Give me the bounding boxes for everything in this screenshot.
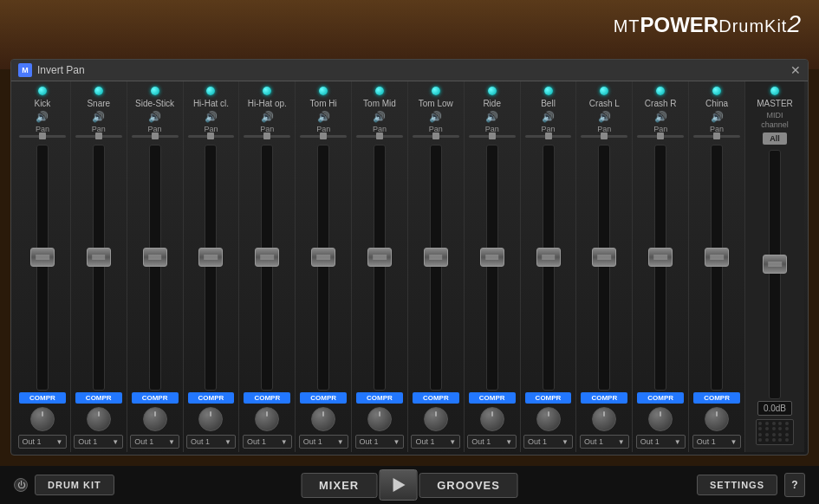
channel-master: MASTER MIDIchannel All 0.0dB: [745, 81, 804, 452]
pan-slider-china[interactable]: [693, 135, 740, 138]
pan-slider-tom-mid[interactable]: [356, 135, 403, 138]
speaker-icon-ride: 🔊: [485, 111, 498, 123]
grooves-button[interactable]: GROOVES: [419, 473, 518, 498]
compr-button-snare[interactable]: COMPR: [75, 392, 122, 404]
out-dropdown-bell[interactable]: Out 1 ▼: [523, 435, 573, 449]
out-dropdown-china[interactable]: Out 1 ▼: [692, 435, 742, 449]
help-button[interactable]: ?: [784, 473, 805, 497]
channel-crash-l: Crash L 🔊 Pan COMPR Out 1 ▼: [576, 81, 633, 452]
play-button[interactable]: [379, 469, 417, 501]
speaker-dot: [772, 433, 776, 436]
out-dropdown-tom-mid[interactable]: Out 1 ▼: [355, 435, 405, 449]
out-dropdown-crash-l[interactable]: Out 1 ▼: [580, 435, 629, 449]
db-display: 0.0dB: [757, 401, 792, 416]
fader-handle-snare[interactable]: [87, 248, 111, 267]
speaker-dot: [785, 422, 789, 425]
compr-button-kick[interactable]: COMPR: [19, 392, 66, 404]
out-dropdown-hihat-op[interactable]: Out 1 ▼: [243, 435, 292, 449]
out-dropdown-sidestick[interactable]: Out 1 ▼: [130, 435, 179, 449]
mixer-panel: M Invert Pan ✕ Kick 🔊 Pan COMPR Out 1 ▼ …: [10, 59, 809, 456]
pan-slider-crash-r[interactable]: [637, 135, 684, 138]
knob-bell[interactable]: [536, 407, 561, 431]
fader-track-snare: [93, 145, 105, 391]
knob-tom-low[interactable]: [424, 407, 448, 431]
all-button[interactable]: All: [763, 132, 787, 145]
midi-label: MIDIchannel: [761, 111, 789, 130]
pan-slider-sidestick[interactable]: [132, 135, 179, 138]
compr-button-ride[interactable]: COMPR: [469, 392, 516, 404]
out-dropdown-snare[interactable]: Out 1 ▼: [74, 435, 123, 449]
fader-handle-hihat-op[interactable]: [255, 248, 279, 267]
out-dropdown-crash-r[interactable]: Out 1 ▼: [636, 435, 686, 449]
dropdown-arrow-hihat-op: ▼: [281, 438, 288, 446]
fader-handle-tom-hi[interactable]: [311, 248, 335, 267]
out-dropdown-kick[interactable]: Out 1 ▼: [18, 435, 68, 449]
pan-slider-bell[interactable]: [525, 135, 572, 138]
compr-button-crash-r[interactable]: COMPR: [637, 392, 684, 404]
fader-handle-tom-low[interactable]: [424, 248, 448, 267]
knob-crash-l[interactable]: [592, 407, 616, 431]
pan-slider-hihat-cl[interactable]: [188, 135, 235, 138]
compr-button-hihat-op[interactable]: COMPR: [244, 392, 290, 404]
channel-label-ride: Ride: [466, 99, 518, 108]
settings-button[interactable]: SETTINGS: [697, 475, 777, 495]
fader-handle-crash-l[interactable]: [592, 248, 616, 267]
fader-handle-ride[interactable]: [480, 248, 504, 267]
knob-tom-mid[interactable]: [367, 407, 392, 431]
channel-label-sidestick: Side-Stick: [129, 99, 181, 108]
compr-button-tom-low[interactable]: COMPR: [413, 392, 459, 404]
mixer-button[interactable]: MIXER: [301, 473, 377, 498]
pan-slider-tom-hi[interactable]: [300, 135, 347, 138]
out-label-hihat-cl: Out 1: [191, 437, 210, 446]
out-dropdown-ride[interactable]: Out 1 ▼: [467, 435, 517, 449]
speaker-dot: [772, 422, 776, 425]
fader-handle-tom-mid[interactable]: [367, 248, 392, 267]
pan-slider-hihat-op[interactable]: [244, 135, 290, 138]
knob-hihat-cl[interactable]: [198, 407, 223, 431]
knob-china[interactable]: [705, 407, 729, 431]
fader-handle-sidestick[interactable]: [143, 248, 167, 267]
knob-kick[interactable]: [30, 407, 55, 431]
fader-handle-crash-r[interactable]: [648, 248, 673, 267]
drum-kit-button[interactable]: DRUM KIT: [35, 475, 114, 495]
pan-slider-tom-low[interactable]: [413, 135, 459, 138]
compr-button-tom-mid[interactable]: COMPR: [356, 392, 403, 404]
knob-snare[interactable]: [87, 407, 111, 431]
compr-button-sidestick[interactable]: COMPR: [132, 392, 179, 404]
fader-handle-master[interactable]: [763, 255, 787, 274]
compr-button-bell[interactable]: COMPR: [525, 392, 572, 404]
out-label-tom-mid: Out 1: [360, 437, 379, 446]
dropdown-arrow-hihat-cl: ▼: [224, 438, 231, 446]
pan-slider-ride[interactable]: [469, 135, 516, 138]
fader-handle-bell[interactable]: [536, 248, 561, 267]
speaker-dot: [772, 438, 776, 442]
out-dropdown-tom-low[interactable]: Out 1 ▼: [411, 435, 460, 449]
fader-track-kick: [36, 145, 49, 391]
compr-button-crash-l[interactable]: COMPR: [581, 392, 627, 404]
bottom-bar: ⏻ DRUM KIT MIXER GROOVES SETTINGS ?: [0, 466, 819, 504]
channel-label-master: MASTER: [747, 99, 803, 108]
knob-hihat-op[interactable]: [255, 407, 279, 431]
fader-handle-kick[interactable]: [30, 248, 55, 267]
panel-titlebar: M Invert Pan ✕: [11, 60, 808, 81]
compr-button-tom-hi[interactable]: COMPR: [300, 392, 347, 404]
power-indicator[interactable]: ⏻: [14, 478, 28, 492]
led-crash-r: [656, 87, 665, 95]
knob-tom-hi[interactable]: [311, 407, 335, 431]
out-dropdown-tom-hi[interactable]: Out 1 ▼: [299, 435, 348, 449]
dropdown-arrow-crash-l: ▼: [618, 438, 625, 446]
close-button[interactable]: ✕: [790, 64, 801, 76]
bottom-left: ⏻ DRUM KIT: [14, 475, 114, 495]
out-dropdown-hihat-cl[interactable]: Out 1 ▼: [186, 435, 236, 449]
pan-slider-kick[interactable]: [19, 135, 66, 138]
speaker-dot: [772, 427, 776, 430]
compr-button-china[interactable]: COMPR: [693, 392, 740, 404]
knob-ride[interactable]: [480, 407, 504, 431]
compr-button-hihat-cl[interactable]: COMPR: [188, 392, 235, 404]
knob-sidestick[interactable]: [143, 407, 167, 431]
pan-slider-crash-l[interactable]: [581, 135, 627, 138]
fader-handle-china[interactable]: [705, 248, 729, 267]
knob-crash-r[interactable]: [648, 407, 673, 431]
fader-handle-hihat-cl[interactable]: [198, 248, 223, 267]
pan-slider-snare[interactable]: [75, 135, 122, 138]
